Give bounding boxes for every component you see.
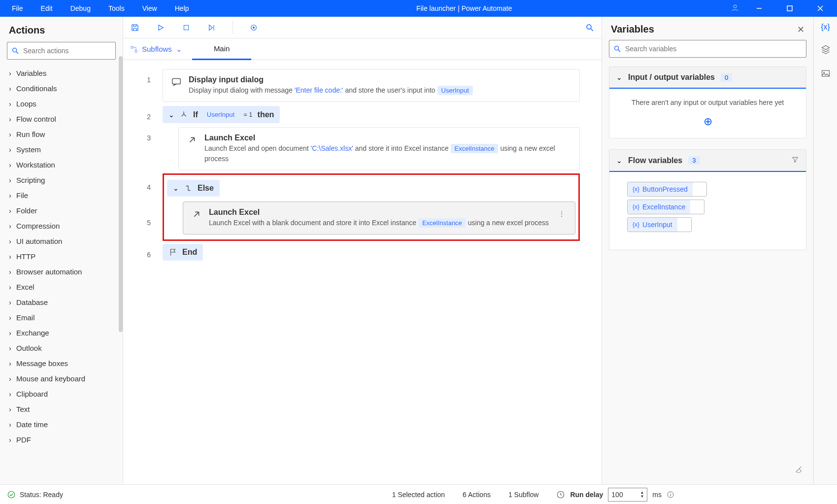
action-category[interactable]: ›Date time (7, 417, 116, 432)
variable-icon: {x} (633, 221, 639, 228)
flow-variables-header[interactable]: ⌄ Flow variables 3 (609, 150, 806, 172)
action-category-label: UI automation (16, 237, 62, 245)
save-button[interactable] (128, 21, 142, 34)
add-io-variable-button[interactable]: ⊕ (619, 115, 796, 128)
flow-step-selected[interactable]: Launch Excel Launch Excel with a blank d… (183, 202, 575, 235)
step-button[interactable] (205, 21, 219, 34)
chevron-right-icon: › (9, 268, 11, 276)
variables-panel: Variables ✕ ⌄ Input / output variables 0… (602, 17, 813, 484)
close-button[interactable] (809, 0, 831, 17)
action-category[interactable]: ›Exchange (7, 325, 116, 340)
action-category[interactable]: ›Outlook (7, 340, 116, 356)
chevron-right-icon: › (9, 374, 11, 383)
record-button[interactable] (247, 21, 261, 34)
action-category[interactable]: ›Flow control (7, 111, 116, 127)
chevron-down-icon: ⌄ (173, 184, 179, 192)
flow-step[interactable]: 3 Launch Excel Launch Excel and open doc… (123, 125, 602, 172)
svg-point-5 (13, 48, 17, 52)
menu-tools[interactable]: Tools (100, 1, 134, 15)
account-icon[interactable] (731, 3, 739, 14)
step-title: Launch Excel (204, 134, 571, 142)
svg-point-9 (253, 27, 255, 29)
variables-search[interactable] (609, 40, 806, 58)
action-category[interactable]: ›Message boxes (7, 356, 116, 371)
variables-rail-button[interactable]: {x} (821, 23, 830, 32)
menu-edit[interactable]: Edit (32, 1, 62, 15)
action-category[interactable]: ›Clipboard (7, 386, 116, 402)
flow-variable[interactable]: {x}ExcelInstance (627, 200, 704, 214)
menu-debug[interactable]: Debug (62, 1, 100, 15)
chevron-right-icon: › (9, 84, 11, 93)
minimize-button[interactable] (748, 0, 770, 17)
variable-chip[interactable]: ExcelInstance (451, 144, 499, 153)
action-category[interactable]: ›Run flow (7, 127, 116, 142)
images-rail-button[interactable] (821, 68, 831, 80)
action-category[interactable]: ›UI automation (7, 234, 116, 249)
menu-help[interactable]: Help (166, 1, 198, 15)
action-category[interactable]: ›Folder (7, 203, 116, 218)
variable-name: ButtonPressed (642, 185, 688, 193)
tab-main[interactable]: Main (192, 38, 252, 60)
actions-scrollbar[interactable] (119, 56, 123, 332)
action-category[interactable]: ›File (7, 188, 116, 203)
variables-search-input[interactable] (625, 45, 802, 53)
else-block[interactable]: ⌄ Else (167, 180, 220, 197)
designer-center: Subflows ⌄ Main 1 Display input dialog D… (123, 17, 602, 484)
flow-variables-title: Flow variables (628, 156, 682, 165)
flow-variable[interactable]: {x}ButtonPressed (627, 182, 707, 197)
launch-icon (187, 134, 198, 145)
actions-list[interactable]: ›Variables ›Conditionals ›Loops ›Flow co… (0, 66, 123, 484)
keyword-label: then (258, 110, 274, 119)
flow-step[interactable]: 2 ⌄ If UserInput = 1 then (123, 104, 602, 125)
launch-icon (191, 209, 202, 220)
flow-step[interactable]: 1 Display input dialog Display input dia… (123, 67, 602, 104)
action-category[interactable]: ›System (7, 142, 116, 157)
step-more-button[interactable]: ⋮ (556, 208, 567, 220)
action-category[interactable]: ›Loops (7, 96, 116, 111)
stop-button[interactable] (179, 21, 193, 34)
branch-icon (179, 110, 188, 119)
delay-spinner[interactable]: ▲▼ (640, 491, 644, 499)
info-icon[interactable] (667, 491, 674, 499)
eraser-icon[interactable] (795, 465, 804, 475)
chevron-right-icon: › (9, 237, 11, 245)
action-category[interactable]: ›Scripting (7, 172, 116, 188)
action-category-label: Mouse and keyboard (16, 374, 85, 383)
actions-search[interactable] (7, 42, 116, 60)
action-category[interactable]: ›Workstation (7, 157, 116, 172)
action-category[interactable]: ›Email (7, 310, 116, 325)
action-category[interactable]: ›Excel (7, 279, 116, 295)
flow-step[interactable]: 6 End (123, 242, 602, 263)
maximize-button[interactable] (779, 0, 801, 17)
action-category[interactable]: ›PDF (7, 432, 116, 447)
action-category-label: Conditionals (16, 84, 57, 93)
end-block[interactable]: End (163, 244, 203, 261)
run-button[interactable] (154, 21, 167, 34)
flow-canvas[interactable]: 1 Display input dialog Display input dia… (123, 60, 602, 484)
subflows-dropdown[interactable]: Subflows ⌄ (130, 45, 182, 54)
filter-icon[interactable] (791, 156, 799, 165)
chevron-right-icon: › (9, 130, 11, 138)
action-category[interactable]: ›Database (7, 295, 116, 310)
io-variables-header[interactable]: ⌄ Input / output variables 0 (609, 67, 806, 89)
search-flow-button[interactable] (583, 21, 597, 34)
variable-chip[interactable]: UserInput (437, 86, 473, 95)
action-category[interactable]: ›Compression (7, 218, 116, 234)
variable-chip[interactable]: UserInput (203, 110, 238, 119)
menu-view[interactable]: View (134, 1, 166, 15)
action-category[interactable]: ›HTTP (7, 249, 116, 264)
if-block[interactable]: ⌄ If UserInput = 1 then (163, 106, 280, 123)
chevron-down-icon: ⌄ (168, 111, 174, 119)
actions-search-input[interactable] (23, 47, 111, 55)
action-category[interactable]: ›Browser automation (7, 264, 116, 279)
action-category[interactable]: ›Conditionals (7, 81, 116, 96)
action-category[interactable]: ›Mouse and keyboard (7, 371, 116, 386)
close-panel-button[interactable]: ✕ (797, 24, 804, 35)
flow-variable[interactable]: {x}UserInput (627, 217, 692, 232)
run-delay-input[interactable]: 100 ▲▼ (608, 488, 647, 502)
action-category[interactable]: ›Text (7, 402, 116, 417)
variable-chip[interactable]: ExcelInstance (418, 218, 466, 228)
action-category[interactable]: ›Variables (7, 66, 116, 81)
menu-file[interactable]: File (3, 1, 32, 15)
layers-rail-button[interactable] (821, 44, 831, 56)
